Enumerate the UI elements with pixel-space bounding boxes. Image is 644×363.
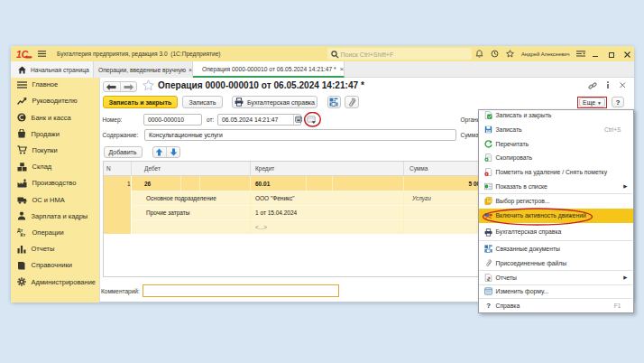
svg-text:Кт: Кт bbox=[21, 232, 26, 237]
svg-text:?: ? bbox=[486, 302, 491, 310]
